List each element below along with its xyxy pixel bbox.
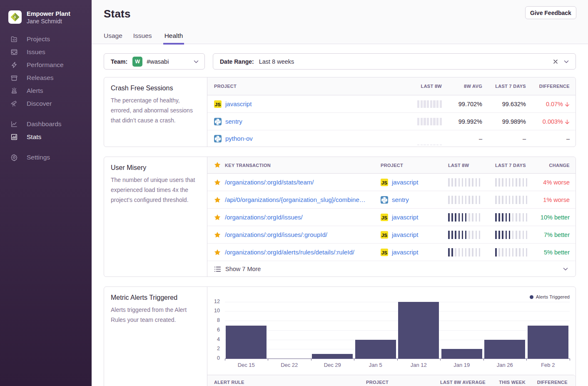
svg-text:JS: JS <box>381 214 388 220</box>
svg-text:JS: JS <box>215 101 221 107</box>
svg-text:JS: JS <box>381 249 388 255</box>
svg-text:JS: JS <box>381 179 388 185</box>
svg-text:JS: JS <box>381 232 388 237</box>
